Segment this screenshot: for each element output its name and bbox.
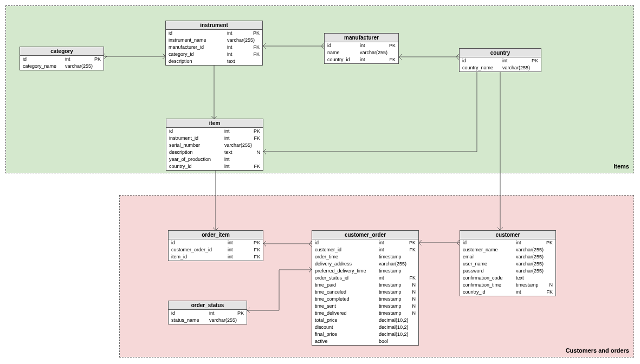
column-name: id bbox=[462, 58, 502, 64]
column-type: varchar(255) bbox=[227, 37, 255, 43]
column-key: N bbox=[543, 282, 553, 288]
table-row: order_status_idintFK bbox=[312, 275, 418, 282]
column-type: int bbox=[227, 44, 250, 50]
column-key: FK bbox=[386, 57, 396, 63]
table-row: descriptiontext bbox=[166, 58, 262, 65]
column-key bbox=[406, 261, 416, 267]
table-order_item[interactable]: order_itemidintPKcustomer_order_idintFKi… bbox=[168, 230, 263, 261]
column-type: decimal(10,2) bbox=[379, 332, 409, 337]
table-customer[interactable]: customeridintPKcustomer_namevarchar(255)… bbox=[460, 230, 556, 296]
table-manufacturer[interactable]: manufactureridintPKnamevarchar(255)count… bbox=[324, 33, 399, 64]
table-row: serial_numbervarchar(255) bbox=[166, 142, 263, 149]
column-key: FK bbox=[250, 254, 260, 260]
column-type: timestamp bbox=[379, 254, 406, 260]
table-row: idintPK bbox=[20, 56, 104, 63]
column-type: int bbox=[224, 135, 250, 141]
column-name: status_name bbox=[171, 317, 209, 323]
column-type: int bbox=[360, 43, 386, 49]
column-key: N bbox=[406, 303, 416, 309]
column-type: int bbox=[224, 157, 250, 162]
column-type: int bbox=[209, 310, 234, 316]
column-name: user_name bbox=[463, 261, 516, 267]
column-name: description bbox=[169, 150, 224, 155]
column-key bbox=[250, 157, 260, 162]
table-row: confirmation_timetimestampN bbox=[460, 282, 555, 289]
column-type: int bbox=[360, 57, 386, 63]
table-row: year_of_productionint bbox=[166, 156, 263, 163]
table-row: status_namevarchar(255) bbox=[169, 317, 247, 324]
column-type: varchar(255) bbox=[516, 247, 544, 253]
table-row: delivery_addressvarchar(255) bbox=[312, 261, 418, 268]
column-type: int bbox=[228, 254, 250, 260]
column-name: confirmation_time bbox=[463, 282, 516, 288]
table-row: namevarchar(255) bbox=[325, 49, 398, 56]
table-customer_order[interactable]: customer_orderidintPKcustomer_idintFKord… bbox=[312, 230, 419, 346]
column-type: int bbox=[228, 240, 250, 246]
column-key bbox=[406, 339, 416, 344]
column-type: timestamp bbox=[516, 282, 543, 288]
column-name: order_time bbox=[315, 254, 379, 260]
column-key: PK bbox=[91, 56, 101, 62]
zone-items-label: Items bbox=[613, 163, 629, 170]
column-type: int bbox=[228, 247, 250, 253]
column-type: varchar(255) bbox=[379, 261, 406, 267]
table-row: idintPK bbox=[312, 239, 418, 246]
column-name: customer_name bbox=[463, 247, 516, 253]
table-row: idintPK bbox=[169, 310, 247, 317]
table-row: category_idintFK bbox=[166, 51, 262, 58]
column-name: id bbox=[327, 43, 360, 49]
column-name: country_id bbox=[463, 289, 516, 295]
column-type: int bbox=[224, 164, 250, 170]
table-country[interactable]: countryidintPKcountry_namevarchar(255) bbox=[459, 48, 541, 72]
table-row: total_pricedecimal(10,2) bbox=[312, 317, 418, 324]
column-name: country_id bbox=[327, 57, 360, 63]
column-key bbox=[387, 50, 397, 56]
column-type: varchar(255) bbox=[502, 65, 530, 71]
table-row: country_idintFK bbox=[325, 56, 398, 63]
table-title: country bbox=[460, 49, 541, 57]
table-row: manufacturer_idintFK bbox=[166, 44, 262, 51]
column-name: item_id bbox=[171, 254, 228, 260]
column-name: description bbox=[169, 58, 227, 64]
table-row: idintPK bbox=[325, 42, 398, 49]
table-row: time_completedtimestampN bbox=[312, 296, 418, 303]
table-row: activebool bbox=[312, 338, 418, 345]
table-row: idintPK bbox=[169, 239, 263, 246]
column-key: FK bbox=[250, 51, 260, 57]
column-key: PK bbox=[250, 128, 260, 134]
table-row: time_deliveredtimestampN bbox=[312, 310, 418, 317]
table-row: category_namevarchar(255) bbox=[20, 63, 104, 70]
column-name: final_price bbox=[315, 332, 379, 337]
column-name: time_sent bbox=[315, 303, 379, 309]
table-order_status[interactable]: order_statusidintPKstatus_namevarchar(25… bbox=[168, 301, 247, 324]
column-name: id bbox=[169, 30, 227, 36]
column-key bbox=[409, 317, 418, 323]
column-type: timestamp bbox=[379, 310, 406, 316]
column-type: text bbox=[227, 58, 250, 64]
column-name: active bbox=[315, 339, 379, 344]
column-type: timestamp bbox=[379, 303, 406, 309]
column-name: id bbox=[171, 310, 209, 316]
column-key: PK bbox=[543, 240, 553, 246]
table-instrument[interactable]: instrumentidintPKinstrument_namevarchar(… bbox=[165, 21, 263, 66]
column-type: decimal(10,2) bbox=[379, 317, 409, 323]
column-name: country_name bbox=[462, 65, 502, 71]
table-item[interactable]: itemidintPKinstrument_idintFKserial_numb… bbox=[166, 119, 263, 171]
column-type: int bbox=[65, 56, 91, 62]
column-type: int bbox=[379, 240, 406, 246]
column-type: text bbox=[516, 275, 543, 281]
column-type: varchar(255) bbox=[516, 261, 544, 267]
column-key: FK bbox=[543, 289, 553, 295]
table-title: item bbox=[166, 119, 263, 128]
column-name: time_paid bbox=[315, 282, 379, 288]
column-key bbox=[409, 324, 418, 330]
column-key: PK bbox=[386, 43, 396, 49]
table-row: preferred_delivery_timetimestamp bbox=[312, 268, 418, 275]
column-type: text bbox=[224, 150, 250, 155]
column-type: int bbox=[379, 247, 406, 253]
column-type: int bbox=[227, 30, 250, 36]
zone-items: Items bbox=[5, 5, 634, 173]
column-name: id bbox=[315, 240, 379, 246]
table-category[interactable]: categoryidintPKcategory_namevarchar(255) bbox=[20, 47, 104, 70]
column-name: time_delivered bbox=[315, 310, 379, 316]
